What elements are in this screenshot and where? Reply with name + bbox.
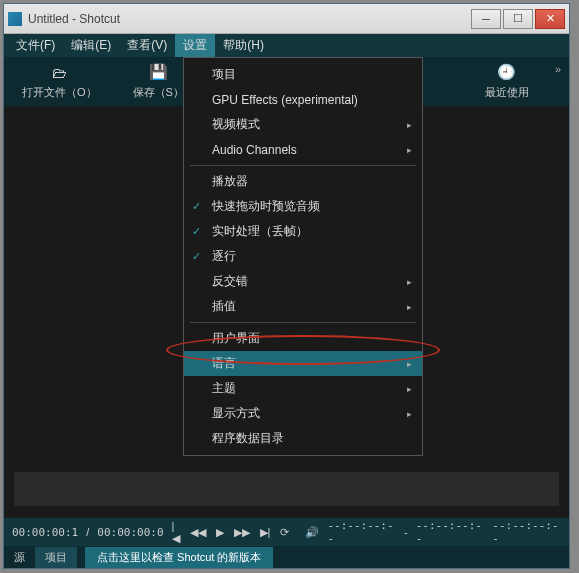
settings-dropdown: 项目 GPU Effects (experimental) 视频模式▸ Audi…: [183, 57, 423, 456]
menu-realtime[interactable]: ✓实时处理（丢帧）: [184, 219, 422, 244]
titlebar: Untitled - Shotcut ─ ☐ ✕: [4, 4, 569, 34]
menu-view[interactable]: 查看(V): [119, 34, 175, 57]
recent-label: 最近使用: [485, 85, 529, 100]
timecode-position[interactable]: 00:00:00:0: [97, 526, 163, 539]
submenu-arrow-icon: ▸: [407, 277, 412, 287]
save-icon: 💾: [149, 63, 168, 81]
check-icon: ✓: [192, 250, 201, 263]
volume-button[interactable]: 🔊: [305, 526, 319, 539]
check-icon: ✓: [192, 200, 201, 213]
open-label: 打开文件（O）: [22, 85, 97, 100]
submenu-arrow-icon: ▸: [407, 120, 412, 130]
menu-video-mode[interactable]: 视频模式▸: [184, 112, 422, 137]
submenu-arrow-icon: ▸: [407, 145, 412, 155]
update-check-link[interactable]: 点击这里以检查 Shotcut 的新版本: [85, 547, 273, 568]
submenu-arrow-icon: ▸: [407, 384, 412, 394]
menu-edit[interactable]: 编辑(E): [63, 34, 119, 57]
window-title: Untitled - Shotcut: [28, 12, 471, 26]
window-controls: ─ ☐ ✕: [471, 9, 565, 29]
folder-open-icon: 🗁: [52, 64, 67, 81]
clock-icon: 🕘: [497, 63, 516, 81]
tab-project[interactable]: 项目: [35, 547, 77, 568]
menu-audio-channels[interactable]: Audio Channels▸: [184, 137, 422, 162]
menubar: 文件(F) 编辑(E) 查看(V) 设置 帮助(H): [4, 34, 569, 57]
divider: /: [86, 526, 89, 538]
timecode-in[interactable]: 00:00:00:1: [12, 526, 78, 539]
tab-source[interactable]: 源: [4, 547, 35, 568]
app-icon: [8, 12, 22, 26]
toolbar-overflow-button[interactable]: »: [547, 59, 569, 104]
menu-deinterlace[interactable]: 反交错▸: [184, 269, 422, 294]
transport-bar: 00:00:00:1 / 00:00:00:0 |◀ ◀◀ ▶ ▶▶ ▶| ⟳ …: [4, 518, 569, 546]
menu-language[interactable]: 语言▸: [184, 351, 422, 376]
skip-start-button[interactable]: |◀: [172, 520, 180, 545]
minimize-button[interactable]: ─: [471, 9, 501, 29]
play-button[interactable]: ▶: [216, 526, 224, 539]
menu-settings[interactable]: 设置: [175, 34, 215, 57]
menu-appdata-dir[interactable]: 程序数据目录: [184, 426, 422, 451]
menu-help[interactable]: 帮助(H): [215, 34, 272, 57]
menu-scrub-audio[interactable]: ✓快速拖动时预览音频: [184, 194, 422, 219]
menu-gpu-effects[interactable]: GPU Effects (experimental): [184, 87, 422, 112]
skip-end-button[interactable]: ▶|: [260, 526, 271, 539]
check-icon: ✓: [192, 225, 201, 238]
menu-player[interactable]: 播放器: [184, 169, 422, 194]
menu-display-method[interactable]: 显示方式▸: [184, 401, 422, 426]
menu-theme[interactable]: 主题▸: [184, 376, 422, 401]
menu-progressive[interactable]: ✓逐行: [184, 244, 422, 269]
menu-interpolate[interactable]: 插值▸: [184, 294, 422, 319]
menu-separator: [190, 322, 416, 323]
menu-separator: [190, 165, 416, 166]
submenu-arrow-icon: ▸: [407, 302, 412, 312]
timecode-range-end: --:--:--:--: [416, 519, 485, 545]
fastforward-button[interactable]: ▶▶: [234, 526, 250, 539]
menu-ui[interactable]: 用户界面: [184, 326, 422, 351]
submenu-arrow-icon: ▸: [407, 359, 412, 369]
statusbar: 源 项目 点击这里以检查 Shotcut 的新版本: [4, 546, 569, 568]
close-button[interactable]: ✕: [535, 9, 565, 29]
timecode-range-start: --:--:--:--: [327, 519, 396, 545]
maximize-button[interactable]: ☐: [503, 9, 533, 29]
app-window: Untitled - Shotcut ─ ☐ ✕ 文件(F) 编辑(E) 查看(…: [3, 3, 570, 569]
rewind-button[interactable]: ◀◀: [190, 526, 206, 539]
timecode-duration: --:--:--:--: [492, 519, 561, 545]
menu-file[interactable]: 文件(F): [8, 34, 63, 57]
divider: -: [404, 526, 408, 538]
timeline-strip[interactable]: [14, 472, 559, 506]
submenu-arrow-icon: ▸: [407, 409, 412, 419]
loop-button[interactable]: ⟳: [280, 526, 289, 539]
recent-button[interactable]: 🕘 最近使用: [467, 59, 547, 104]
save-label: 保存（S）: [133, 85, 184, 100]
menu-project[interactable]: 项目: [184, 62, 422, 87]
open-file-button[interactable]: 🗁 打开文件（O）: [4, 60, 115, 104]
playback-controls: |◀ ◀◀ ▶ ▶▶ ▶| ⟳ 🔊: [172, 520, 320, 545]
